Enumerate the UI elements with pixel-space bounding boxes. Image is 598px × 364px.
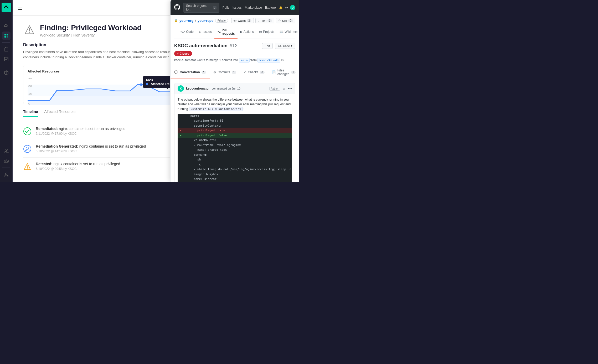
subnav-issues[interactable]: ⊙ Issues xyxy=(196,27,214,37)
checks-count: 0 xyxy=(260,71,265,74)
sidebar-icon-clipboard[interactable] xyxy=(2,45,11,53)
github-nav-marketplace[interactable]: Marketplace xyxy=(245,6,262,9)
comment-date: commented on Jun 10 xyxy=(212,87,240,90)
timeline-content-remediated: Remediated: nginx container is set to ru… xyxy=(36,127,126,136)
repo-name[interactable]: your-repo xyxy=(198,19,214,23)
diff-line: ports: xyxy=(178,114,292,119)
sidebar-divider-3 xyxy=(2,66,10,66)
files-count: 2 xyxy=(291,71,296,74)
svg-rect-5 xyxy=(4,57,8,61)
commenter-name[interactable]: ksoc-automator xyxy=(186,87,210,90)
sidebar-divider-1 xyxy=(2,19,10,19)
pr-edit-btn[interactable]: Edit xyxy=(262,43,273,49)
watch-count: 2 xyxy=(247,19,251,22)
actions-label: Actions xyxy=(244,30,254,34)
pr-source-branch[interactable]: ksoc-$95ad9 xyxy=(257,58,280,63)
svg-text:0: 0 xyxy=(28,102,30,105)
diff-line-added: + privileged: false xyxy=(178,133,292,138)
timeline-title-detected: Detected: xyxy=(36,162,53,166)
github-nav-issues[interactable]: Issues xyxy=(233,6,242,9)
svg-point-21 xyxy=(140,84,143,86)
sidebar-divider-5 xyxy=(2,168,10,168)
repo-org[interactable]: your-org xyxy=(179,19,193,23)
github-search[interactable]: Search or jump to... / xyxy=(183,3,219,13)
sidebar-icon-tasks[interactable] xyxy=(2,55,11,63)
sidebar-icon-crown[interactable] xyxy=(2,157,11,165)
star-label: Star xyxy=(282,19,287,22)
wiki-label: Wiki xyxy=(285,30,291,34)
diff-line: name: sidecar xyxy=(178,177,292,182)
github-nav-explore[interactable]: Explore xyxy=(265,6,276,9)
svg-rect-1 xyxy=(7,34,8,35)
timeline-icon-detected xyxy=(23,162,32,171)
sidebar-icon-cloud[interactable] xyxy=(2,22,11,30)
conversation-count: 1 xyxy=(202,71,206,74)
code-diff: ports: - containerPort: 80 securityConte… xyxy=(178,114,292,182)
finding-icon xyxy=(23,24,36,36)
comment-inline-code: kustomize build kustomize/sbx xyxy=(189,107,243,111)
github-pr-tabs: 💬 Conversation 1 ⊙ Commits 1 ✓ Checks 0 … xyxy=(171,66,299,79)
app-logo[interactable] xyxy=(2,3,11,12)
fork-count: 1 xyxy=(267,19,272,22)
github-star-btn[interactable]: ☆ Star 0 xyxy=(276,18,295,23)
github-user-avatar[interactable]: U xyxy=(290,5,295,10)
svg-point-26 xyxy=(24,128,31,135)
subnav-more[interactable]: ••• xyxy=(293,30,298,34)
subnav-wiki[interactable]: 📖 Wiki xyxy=(277,27,293,37)
timeline-date-generated: 6/10/2022 @ 14:19 by KSOC xyxy=(36,149,146,153)
pr-code-btn[interactable]: </> Code ▾ xyxy=(275,43,295,49)
github-plus[interactable]: +▾ xyxy=(285,5,288,10)
github-fork-btn[interactable]: ⑂ Fork 1 xyxy=(255,18,275,23)
pr-target-branch[interactable]: main xyxy=(239,58,250,63)
subnav-projects[interactable]: ▦ Projects xyxy=(256,27,277,37)
sidebar-divider-2 xyxy=(2,42,10,43)
timeline-icon-generated xyxy=(23,145,32,153)
comment-header: K ksoc-automator commented on Jun 10 Aut… xyxy=(174,83,295,94)
timeline-desc-detected: nginx container is set to run as privile… xyxy=(54,162,120,166)
svg-point-12 xyxy=(5,173,7,175)
smiley-icon[interactable]: ☺ xyxy=(282,86,286,91)
github-nav-pulls[interactable]: Pulls xyxy=(223,6,229,9)
svg-rect-3 xyxy=(7,36,8,38)
sidebar-icon-users[interactable] xyxy=(2,147,11,155)
timeline-text-remediated: Remediated: nginx container is set to ru… xyxy=(36,127,126,131)
diff-line: volumeMounts: xyxy=(178,138,292,143)
pr-tab-commits[interactable]: ⊙ Commits 1 xyxy=(210,66,240,79)
checks-icon: ✓ xyxy=(244,70,246,74)
pr-tab-conversation[interactable]: 💬 Conversation 1 xyxy=(171,66,210,79)
svg-point-10 xyxy=(7,150,8,151)
pr-copy-icon[interactable]: ⧉ xyxy=(281,58,284,62)
tab-affected-resources[interactable]: Affected Resources xyxy=(44,110,76,117)
subnav-code[interactable]: </> Code xyxy=(178,27,196,37)
github-subnav: </> Code ⊙ Issues ⌥ Pull requests ▶ Acti… xyxy=(174,25,295,39)
timeline-title-remediated: Remediated: xyxy=(36,127,58,131)
diff-line: - mountPath: /var/log/nginx xyxy=(178,143,292,148)
checks-label: Checks xyxy=(248,70,258,74)
conversation-label: Conversation xyxy=(180,70,200,74)
watch-icon: 👁 xyxy=(234,19,236,22)
diff-line: - sh xyxy=(178,157,292,162)
timeline-content-detected: Detected: nginx container is set to run … xyxy=(36,162,120,171)
sidebar-icon-cube[interactable] xyxy=(2,68,11,77)
pr-tab-checks[interactable]: ✓ Checks 0 xyxy=(240,66,268,79)
menu-button[interactable]: ☰ xyxy=(18,5,23,11)
finding-info: Finding: Privileged Workload Workload Se… xyxy=(40,24,142,37)
pr-tab-files-changed[interactable]: 📄 Files changed 2 xyxy=(268,66,299,79)
svg-text:15: 15 xyxy=(28,92,32,95)
github-bell[interactable]: 🔔 xyxy=(279,5,283,10)
pullrequest-icon: ⌥ xyxy=(217,30,221,34)
tab-timeline[interactable]: Timeline xyxy=(23,110,38,117)
diff-line: - -c xyxy=(178,162,292,167)
timeline-text-generated: Remediation Generated: nginx container i… xyxy=(36,144,146,148)
subnav-actions[interactable]: ▶ Actions xyxy=(238,27,256,37)
sidebar-icon-security[interactable] xyxy=(2,32,11,40)
repo-private-badge: Private xyxy=(215,19,228,23)
dropdown-icon: ▾ xyxy=(291,44,292,48)
comment-more-icon[interactable]: ••• xyxy=(288,86,292,91)
projects-icon: ▦ xyxy=(259,30,262,34)
fork-icon: ⑂ xyxy=(258,19,260,22)
code-icon: </> xyxy=(181,30,185,34)
subnav-pullrequests[interactable]: ⌥ Pull requests xyxy=(214,25,238,39)
github-watch-btn[interactable]: 👁 Watch 2 xyxy=(231,18,254,23)
sidebar-icon-user-settings[interactable] xyxy=(2,170,11,179)
